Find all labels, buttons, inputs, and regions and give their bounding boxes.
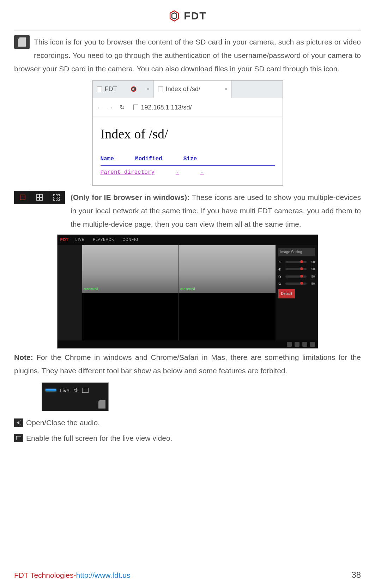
setting-slider: ☀50 <box>278 259 315 266</box>
fullscreen-description: Enable the full screen for the live view… <box>26 432 172 445</box>
sd-card-icon <box>98 400 105 409</box>
footer-icon <box>287 342 292 347</box>
svg-marker-1 <box>172 13 177 19</box>
note-label: Note: <box>14 353 33 361</box>
multicam-tabs: LIVE PLAYBACK CONFIG <box>75 237 139 243</box>
index-header-row: Name ModifiedSize <box>101 153 275 166</box>
dash: - <box>176 167 179 178</box>
brand-text: FDT <box>184 6 206 25</box>
close-icon: × <box>224 85 227 94</box>
grid-layout-icons <box>14 191 65 204</box>
camera-grid: connected connected <box>82 245 276 340</box>
tab-label: FDT <box>105 83 117 95</box>
multicam-footer <box>58 340 318 348</box>
fdt-logo: FDT <box>168 6 206 25</box>
audio-description: Open/Close the audio. <box>26 416 100 429</box>
browser-tabbar: FDT 🔇 × Index of /sd/ × <box>93 81 283 98</box>
sd-card-icon <box>14 35 30 49</box>
browser-index-screenshot: FDT 🔇 × Index of /sd/ × ← → ↻ 192.168.1.… <box>92 80 283 186</box>
fdt-logo-icon <box>168 10 180 22</box>
url-display: 192.168.1.113/sd/ <box>131 101 195 114</box>
close-icon: × <box>146 85 149 94</box>
url-text: 192.168.1.113/sd/ <box>141 102 192 113</box>
active-indicator <box>46 389 56 391</box>
tab-live: LIVE <box>75 237 85 243</box>
toolbar-screenshot: Live <box>42 382 109 411</box>
browser-tab-index: Index of /sd/ × <box>154 81 232 97</box>
speaker-icon <box>73 387 79 393</box>
footer-icon <box>295 342 300 347</box>
grid-1-icon <box>14 191 31 204</box>
tab-label: Index of /sd/ <box>166 83 200 95</box>
page-header: FDT <box>14 0 361 30</box>
mute-icon: 🔇 <box>131 85 137 94</box>
col-size: Size <box>183 154 197 164</box>
note-paragraph: Note: For the Chrome in windows and Chro… <box>14 351 361 378</box>
svg-marker-0 <box>170 11 179 21</box>
browser-address-bar: ← → ↻ 192.168.1.113/sd/ <box>93 98 283 117</box>
monitor-icon <box>82 388 89 393</box>
image-settings-panel: Image Setting ☀50 ◐50 ◑50 ◒50 Default <box>276 245 318 340</box>
footer-icon <box>310 342 315 347</box>
back-icon: ← <box>96 101 103 114</box>
app-brand: FDT <box>60 236 68 244</box>
setting-slider: ◒50 <box>278 280 315 287</box>
browser-tab-fdt: FDT 🔇 × <box>93 81 154 97</box>
note-text: For the Chrome in windows and Chrome/Saf… <box>14 353 361 375</box>
grid-9-icon <box>48 191 65 204</box>
page-icon <box>158 87 163 92</box>
sd-card-section: This icon is for you to browser the cont… <box>14 35 361 75</box>
reload-icon: ↻ <box>120 102 125 113</box>
setting-slider: ◐50 <box>278 266 315 273</box>
ie-only-prefix: (Only for IE browser in windows): <box>71 193 192 201</box>
index-parent-row: Parent directory - - <box>101 166 275 179</box>
multiview-description: (Only for IE browser in windows): These … <box>71 191 361 231</box>
camera-feed-2: connected <box>179 245 276 293</box>
camera-feed-1: connected <box>82 245 179 293</box>
page-icon <box>133 105 138 110</box>
setting-slider: ◑50 <box>278 273 315 280</box>
sd-card-description: This icon is for you to browser the cont… <box>14 35 361 75</box>
footer-icon <box>302 342 307 347</box>
tab-config: CONFIG <box>123 237 139 243</box>
multicam-screenshot: FDT LIVE PLAYBACK CONFIG connected conne… <box>57 234 318 349</box>
multiview-section: (Only for IE browser in windows): These … <box>14 191 361 231</box>
multicam-topbar: FDT LIVE PLAYBACK CONFIG <box>58 235 318 245</box>
live-label: Live <box>60 386 69 395</box>
camera-feed-4 <box>179 293 276 341</box>
col-name: Name <box>101 154 114 164</box>
fullscreen-icon-row: Enable the full screen for the live view… <box>14 432 361 445</box>
grid-4-icon <box>31 191 48 204</box>
multicam-body: connected connected Image Setting ☀50 ◐5… <box>58 245 318 340</box>
default-button: Default <box>278 289 295 298</box>
toolbar-row: Live <box>42 383 108 398</box>
audio-icon-row: Open/Close the audio. <box>14 416 361 429</box>
parent-dir-link: Parent directory <box>101 167 155 178</box>
panel-title: Image Setting <box>278 248 315 256</box>
page-icon <box>97 87 102 92</box>
camera-feed-3 <box>82 293 179 341</box>
index-page-title: Index of /sd/ <box>101 122 275 146</box>
speaker-icon <box>14 418 23 427</box>
index-page-body: Index of /sd/ Name ModifiedSize Parent d… <box>93 117 283 185</box>
sd-shape-icon <box>18 37 26 47</box>
fullscreen-icon <box>14 434 23 442</box>
dash: - <box>200 167 204 178</box>
camera-list-panel <box>58 245 82 340</box>
tab-playback: PLAYBACK <box>93 237 114 243</box>
forward-icon: → <box>107 101 114 114</box>
col-modified: Modified <box>135 154 162 164</box>
